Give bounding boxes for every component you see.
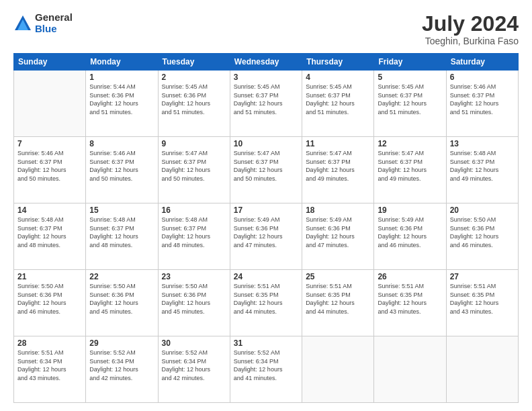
day-info: Sunrise: 5:50 AMSunset: 6:36 PMDaylight:… — [89, 282, 154, 316]
table-cell: 28Sunrise: 5:51 AMSunset: 6:34 PMDayligh… — [14, 336, 86, 403]
day-info: Sunrise: 5:49 AMSunset: 6:36 PMDaylight:… — [234, 216, 298, 249]
calendar-header-row: Sunday Monday Tuesday Wednesday Thursday… — [14, 54, 519, 71]
table-cell: 29Sunrise: 5:52 AMSunset: 6:34 PMDayligh… — [86, 336, 158, 403]
table-cell: 21Sunrise: 5:50 AMSunset: 6:36 PMDayligh… — [14, 270, 86, 336]
day-info: Sunrise: 5:51 AMSunset: 6:35 PMDaylight:… — [234, 282, 298, 316]
table-cell: 26Sunrise: 5:51 AMSunset: 6:35 PMDayligh… — [374, 270, 446, 336]
title-block: July 2024 Toeghin, Burkina Faso — [422, 12, 519, 46]
day-number: 18 — [306, 205, 370, 215]
logo-icon — [13, 14, 32, 33]
day-number: 7 — [17, 139, 82, 148]
day-number: 28 — [17, 338, 82, 348]
logo-blue: Blue — [35, 24, 73, 35]
day-info: Sunrise: 5:48 AMSunset: 6:37 PMDaylight:… — [450, 149, 515, 183]
day-number: 2 — [162, 73, 226, 82]
day-number: 12 — [378, 139, 442, 148]
table-cell: 14Sunrise: 5:48 AMSunset: 6:37 PMDayligh… — [14, 203, 86, 270]
day-number: 16 — [162, 205, 226, 215]
calendar-week-row: 7Sunrise: 5:46 AMSunset: 6:37 PMDaylight… — [14, 137, 519, 203]
day-info: Sunrise: 5:51 AMSunset: 6:35 PMDaylight:… — [306, 282, 370, 316]
day-info: Sunrise: 5:47 AMSunset: 6:37 PMDaylight:… — [162, 149, 226, 183]
header: General Blue July 2024 Toeghin, Burkina … — [13, 12, 519, 46]
day-info: Sunrise: 5:44 AMSunset: 6:36 PMDaylight:… — [89, 83, 154, 116]
col-tuesday: Tuesday — [158, 54, 230, 71]
calendar-week-row: 21Sunrise: 5:50 AMSunset: 6:36 PMDayligh… — [14, 270, 519, 336]
day-number: 25 — [306, 272, 370, 281]
table-cell: 24Sunrise: 5:51 AMSunset: 6:35 PMDayligh… — [230, 270, 302, 336]
day-number: 20 — [450, 205, 515, 215]
page: General Blue July 2024 Toeghin, Burkina … — [0, 0, 532, 411]
day-number: 4 — [306, 73, 370, 82]
table-cell: 19Sunrise: 5:49 AMSunset: 6:36 PMDayligh… — [374, 203, 446, 270]
day-number: 31 — [234, 338, 298, 348]
calendar-week-row: 28Sunrise: 5:51 AMSunset: 6:34 PMDayligh… — [14, 336, 519, 403]
day-info: Sunrise: 5:46 AMSunset: 6:37 PMDaylight:… — [89, 149, 154, 183]
day-number: 5 — [378, 73, 442, 82]
day-number: 23 — [162, 272, 226, 281]
table-cell: 17Sunrise: 5:49 AMSunset: 6:36 PMDayligh… — [230, 203, 302, 270]
col-thursday: Thursday — [302, 54, 374, 71]
day-number: 13 — [450, 139, 515, 148]
table-cell — [302, 336, 374, 403]
logo-text: General Blue — [35, 12, 73, 34]
table-cell — [374, 336, 446, 403]
logo: General Blue — [13, 12, 73, 34]
day-info: Sunrise: 5:45 AMSunset: 6:37 PMDaylight:… — [234, 83, 298, 116]
table-cell: 15Sunrise: 5:48 AMSunset: 6:37 PMDayligh… — [86, 203, 158, 270]
table-cell: 6Sunrise: 5:46 AMSunset: 6:37 PMDaylight… — [446, 71, 518, 137]
day-number: 15 — [89, 205, 154, 215]
day-number: 11 — [306, 139, 370, 148]
table-cell: 1Sunrise: 5:44 AMSunset: 6:36 PMDaylight… — [86, 71, 158, 137]
day-number: 3 — [234, 73, 298, 82]
day-number: 22 — [89, 272, 154, 281]
table-cell: 2Sunrise: 5:45 AMSunset: 6:36 PMDaylight… — [158, 71, 230, 137]
day-info: Sunrise: 5:45 AMSunset: 6:36 PMDaylight:… — [162, 83, 226, 116]
day-info: Sunrise: 5:47 AMSunset: 6:37 PMDaylight:… — [378, 149, 442, 183]
day-number: 21 — [17, 272, 82, 281]
calendar-table: Sunday Monday Tuesday Wednesday Thursday… — [13, 53, 519, 403]
day-info: Sunrise: 5:46 AMSunset: 6:37 PMDaylight:… — [450, 83, 515, 116]
col-saturday: Saturday — [446, 54, 518, 71]
table-cell: 10Sunrise: 5:47 AMSunset: 6:37 PMDayligh… — [230, 137, 302, 203]
table-cell: 20Sunrise: 5:50 AMSunset: 6:36 PMDayligh… — [446, 203, 518, 270]
col-wednesday: Wednesday — [230, 54, 302, 71]
day-info: Sunrise: 5:45 AMSunset: 6:37 PMDaylight:… — [378, 83, 442, 116]
day-number: 30 — [162, 338, 226, 348]
main-title: July 2024 — [422, 12, 519, 36]
table-cell: 11Sunrise: 5:47 AMSunset: 6:37 PMDayligh… — [302, 137, 374, 203]
table-cell: 7Sunrise: 5:46 AMSunset: 6:37 PMDaylight… — [14, 137, 86, 203]
day-info: Sunrise: 5:50 AMSunset: 6:36 PMDaylight:… — [450, 216, 515, 249]
calendar-week-row: 14Sunrise: 5:48 AMSunset: 6:37 PMDayligh… — [14, 203, 519, 270]
table-cell: 31Sunrise: 5:52 AMSunset: 6:34 PMDayligh… — [230, 336, 302, 403]
table-cell: 16Sunrise: 5:48 AMSunset: 6:37 PMDayligh… — [158, 203, 230, 270]
day-number: 29 — [89, 338, 154, 348]
table-cell: 25Sunrise: 5:51 AMSunset: 6:35 PMDayligh… — [302, 270, 374, 336]
day-info: Sunrise: 5:48 AMSunset: 6:37 PMDaylight:… — [17, 216, 82, 249]
col-monday: Monday — [86, 54, 158, 71]
table-cell: 9Sunrise: 5:47 AMSunset: 6:37 PMDaylight… — [158, 137, 230, 203]
day-number: 14 — [17, 205, 82, 215]
calendar-week-row: 1Sunrise: 5:44 AMSunset: 6:36 PMDaylight… — [14, 71, 519, 137]
day-info: Sunrise: 5:48 AMSunset: 6:37 PMDaylight:… — [89, 216, 154, 249]
day-info: Sunrise: 5:52 AMSunset: 6:34 PMDaylight:… — [89, 349, 154, 382]
subtitle: Toeghin, Burkina Faso — [422, 36, 519, 46]
day-info: Sunrise: 5:47 AMSunset: 6:37 PMDaylight:… — [306, 149, 370, 183]
table-cell: 5Sunrise: 5:45 AMSunset: 6:37 PMDaylight… — [374, 71, 446, 137]
table-cell: 3Sunrise: 5:45 AMSunset: 6:37 PMDaylight… — [230, 71, 302, 137]
day-info: Sunrise: 5:48 AMSunset: 6:37 PMDaylight:… — [162, 216, 226, 249]
day-number: 17 — [234, 205, 298, 215]
day-number: 26 — [378, 272, 442, 281]
table-cell: 12Sunrise: 5:47 AMSunset: 6:37 PMDayligh… — [374, 137, 446, 203]
col-sunday: Sunday — [14, 54, 86, 71]
day-info: Sunrise: 5:52 AMSunset: 6:34 PMDaylight:… — [162, 349, 226, 382]
day-number: 10 — [234, 139, 298, 148]
day-info: Sunrise: 5:50 AMSunset: 6:36 PMDaylight:… — [162, 282, 226, 316]
day-number: 1 — [89, 73, 154, 82]
day-number: 6 — [450, 73, 515, 82]
day-number: 8 — [89, 139, 154, 148]
day-info: Sunrise: 5:45 AMSunset: 6:37 PMDaylight:… — [306, 83, 370, 116]
table-cell — [446, 336, 518, 403]
table-cell: 18Sunrise: 5:49 AMSunset: 6:36 PMDayligh… — [302, 203, 374, 270]
day-info: Sunrise: 5:47 AMSunset: 6:37 PMDaylight:… — [234, 149, 298, 183]
table-cell: 13Sunrise: 5:48 AMSunset: 6:37 PMDayligh… — [446, 137, 518, 203]
